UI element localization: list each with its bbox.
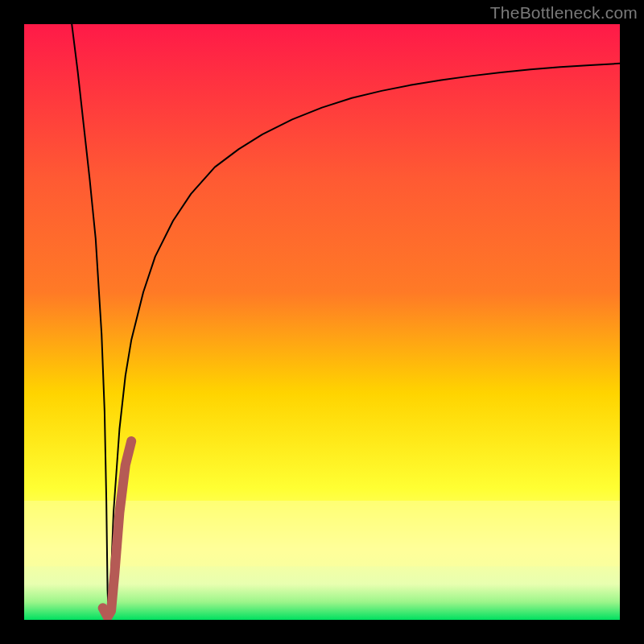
plot-svg xyxy=(24,24,620,620)
plot-area xyxy=(24,24,620,620)
chart-frame: TheBottleneck.com xyxy=(0,0,644,644)
watermark-text: TheBottleneck.com xyxy=(490,3,638,23)
